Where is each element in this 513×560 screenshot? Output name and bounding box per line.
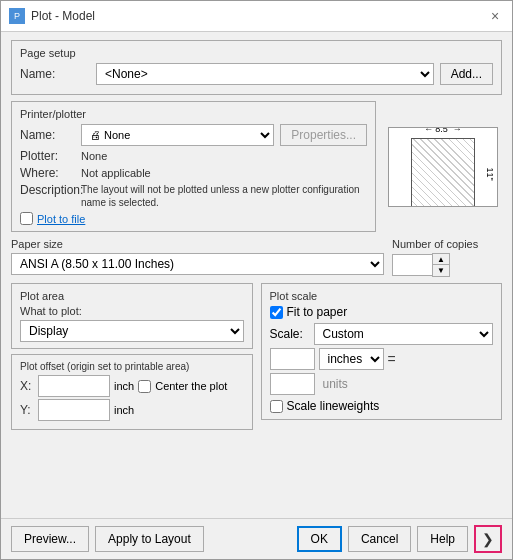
plot-area-label: Plot area	[20, 290, 244, 302]
x-unit: inch	[114, 380, 134, 392]
dialog-content: Page setup Name: <None> Add... Printer/p…	[1, 32, 512, 518]
y-label: Y:	[20, 403, 34, 417]
paper-size-section-label: Paper size	[11, 238, 384, 250]
name-label: Name:	[20, 67, 90, 81]
y-input[interactable]: 0.000000	[38, 399, 110, 421]
what-to-plot-label: What to plot:	[20, 305, 244, 317]
footer-right: OK Cancel Help ❯	[297, 525, 502, 553]
where-label: Where:	[20, 166, 75, 180]
scale-lineweights-label: Scale lineweights	[287, 399, 380, 413]
plot-offset-label: Plot offset (origin set to printable are…	[20, 361, 244, 372]
page-setup-label: Page setup	[20, 47, 493, 59]
printer-name-label: Name:	[20, 128, 75, 142]
paper-hatching	[412, 139, 474, 207]
units-row: 2.619 units	[270, 373, 494, 395]
plot-offset-section: Plot offset (origin set to printable are…	[11, 354, 253, 430]
paper-size-container: Paper size ANSI A (8.50 x 11.00 Inches)	[11, 238, 384, 275]
scale-units-select[interactable]: inches	[319, 348, 384, 370]
where-row: Where: Not applicable	[20, 166, 367, 180]
scale-row: Scale: Custom	[270, 323, 494, 345]
x-input[interactable]: 0.000000	[38, 375, 110, 397]
copies-label: Number of copies	[392, 238, 502, 250]
where-value: Not applicable	[81, 167, 151, 179]
fit-to-paper-label: Fit to paper	[287, 305, 348, 319]
description-value: The layout will not be plotted unless a …	[81, 183, 367, 209]
printer-label: Printer/plotter	[20, 108, 367, 120]
scale-value-row: 1 inches =	[270, 348, 494, 370]
scale-label: Scale:	[270, 327, 308, 341]
what-to-plot-select[interactable]: Display	[20, 320, 244, 342]
dialog-footer: Preview... Apply to Layout OK Cancel Hel…	[1, 518, 512, 559]
plotter-label: Plotter:	[20, 149, 75, 163]
units-label: units	[323, 377, 348, 391]
copies-down-button[interactable]: ▼	[433, 265, 449, 276]
plot-scale-container: Plot scale Fit to paper Scale: Custom 1	[261, 283, 503, 430]
page-setup-name-select[interactable]: <None>	[96, 63, 434, 85]
plot-scale-label: Plot scale	[270, 290, 494, 302]
plot-area-scale-row: Plot area What to plot: Display Plot off…	[11, 283, 502, 430]
fit-to-paper-row: Fit to paper	[270, 305, 494, 319]
expand-button[interactable]: ❯	[474, 525, 502, 553]
paper-preview-container: ← 8.5" → 11"	[384, 101, 502, 232]
scale-select[interactable]: Custom	[314, 323, 494, 345]
printer-name-row: Name: 🖨 None Properties...	[20, 124, 367, 146]
plot-area-container: Plot area What to plot: Display Plot off…	[11, 283, 253, 430]
footer-left: Preview... Apply to Layout	[11, 526, 204, 552]
help-button[interactable]: Help	[417, 526, 468, 552]
add-button[interactable]: Add...	[440, 63, 493, 85]
plot-to-file-row: Plot to file	[20, 212, 367, 225]
plot-area-section: Plot area What to plot: Display	[11, 283, 253, 349]
description-row: Description: The layout will not be plot…	[20, 183, 367, 209]
page-setup-section: Page setup Name: <None> Add...	[11, 40, 502, 95]
fit-to-paper-checkbox[interactable]	[270, 306, 283, 319]
plotter-row: Plotter: None	[20, 149, 367, 163]
x-offset-row: X: 0.000000 inch Center the plot	[20, 375, 244, 397]
x-label: X:	[20, 379, 34, 393]
copies-up-button[interactable]: ▲	[433, 254, 449, 265]
apply-layout-button[interactable]: Apply to Layout	[95, 526, 204, 552]
copies-spinner-buttons: ▲ ▼	[432, 253, 450, 277]
plot-icon: P	[9, 8, 25, 24]
units-value-input[interactable]: 2.619	[270, 373, 315, 395]
copies-input[interactable]: 1	[392, 254, 432, 276]
plot-to-file-checkbox[interactable]	[20, 212, 33, 225]
title-bar: P Plot - Model ×	[1, 1, 512, 32]
paper-preview: ← 8.5" → 11"	[388, 127, 498, 207]
y-offset-row: Y: 0.000000 inch	[20, 399, 244, 421]
cancel-button[interactable]: Cancel	[348, 526, 411, 552]
dim-right: 11"	[485, 167, 495, 180]
center-plot-label: Center the plot	[155, 380, 227, 392]
dim-top: ← 8.5" →	[424, 127, 462, 134]
title-bar-left: P Plot - Model	[9, 8, 95, 24]
paper-diagram: ← 8.5" → 11"	[411, 138, 475, 207]
printer-name-select[interactable]: 🖨 None	[81, 124, 274, 146]
ok-button[interactable]: OK	[297, 526, 342, 552]
plotter-value: None	[81, 150, 107, 162]
properties-button[interactable]: Properties...	[280, 124, 367, 146]
copies-spinner: 1 ▲ ▼	[392, 253, 502, 277]
scale-num-input[interactable]: 1	[270, 348, 315, 370]
description-label: Description:	[20, 183, 75, 197]
plot-to-file-label[interactable]: Plot to file	[37, 213, 85, 225]
window-title: Plot - Model	[31, 9, 95, 23]
plot-scale-section: Plot scale Fit to paper Scale: Custom 1	[261, 283, 503, 420]
paper-copies-row: Paper size ANSI A (8.50 x 11.00 Inches) …	[11, 238, 502, 277]
scale-lineweights-row: Scale lineweights	[270, 399, 494, 413]
preview-button[interactable]: Preview...	[11, 526, 89, 552]
scale-lineweights-checkbox[interactable]	[270, 400, 283, 413]
paper-inner	[411, 138, 475, 207]
copies-container: Number of copies 1 ▲ ▼	[392, 238, 502, 277]
close-button[interactable]: ×	[486, 7, 504, 25]
printer-plotter-section: Printer/plotter Name: 🖨 None Properties.…	[11, 101, 376, 232]
center-plot-checkbox[interactable]	[138, 380, 151, 393]
printer-preview-row: Printer/plotter Name: 🖨 None Properties.…	[11, 101, 502, 232]
equal-sign: =	[388, 351, 396, 367]
page-setup-name-row: Name: <None> Add...	[20, 63, 493, 85]
plot-dialog: P Plot - Model × Page setup Name: <None>…	[0, 0, 513, 560]
paper-size-select[interactable]: ANSI A (8.50 x 11.00 Inches)	[11, 253, 384, 275]
y-unit: inch	[114, 404, 134, 416]
